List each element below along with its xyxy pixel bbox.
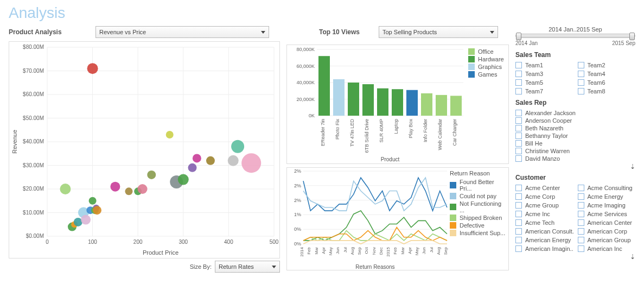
rep-checkbox-2[interactable]: Beth Nazareth bbox=[515, 125, 635, 131]
team-checkbox-6[interactable]: Team7 bbox=[515, 88, 573, 94]
customer-checkbox-10[interactable]: American Consult... bbox=[515, 228, 573, 235]
team-checkbox-5[interactable]: Team6 bbox=[578, 79, 636, 86]
svg-point-43 bbox=[125, 187, 132, 195]
svg-text:Photo Fix: Photo Fix bbox=[335, 119, 340, 140]
svg-text:$30.00M: $30.00M bbox=[23, 162, 44, 168]
team-checkbox-3[interactable]: Team4 bbox=[578, 71, 636, 77]
svg-text:$20.00M: $20.00M bbox=[23, 186, 44, 192]
svg-point-30 bbox=[60, 184, 71, 194]
svg-rect-72 bbox=[348, 83, 359, 116]
svg-text:Laptop: Laptop bbox=[393, 119, 399, 134]
top10-label: Top 10 Views bbox=[319, 28, 379, 36]
team-checkbox-2[interactable]: Team3 bbox=[515, 71, 573, 77]
svg-text:2%: 2% bbox=[294, 198, 301, 203]
customer-checkbox-0[interactable]: Acme Center bbox=[515, 185, 573, 191]
svg-text:Play Box: Play Box bbox=[408, 119, 413, 138]
time-start-label: 2014 Jan bbox=[515, 40, 538, 46]
svg-point-37 bbox=[89, 197, 97, 205]
svg-text:$50.00M: $50.00M bbox=[23, 115, 44, 121]
time-slider[interactable]: 2014 Jan..2015 Sep 2014 Jan 2015 Sep bbox=[515, 26, 635, 48]
svg-text:40,000K: 40,000K bbox=[296, 80, 315, 85]
svg-text:Aug: Aug bbox=[436, 247, 441, 255]
svg-rect-78 bbox=[392, 89, 403, 116]
svg-text:Feb: Feb bbox=[307, 247, 311, 254]
customer-checkbox-12[interactable]: American Energy bbox=[515, 237, 573, 243]
svg-text:SLR 40MP: SLR 40MP bbox=[379, 119, 384, 143]
svg-text:May: May bbox=[328, 247, 333, 255]
svg-rect-68 bbox=[318, 56, 330, 116]
svg-point-41 bbox=[93, 206, 101, 215]
rep-checkbox-6[interactable]: David Manzo bbox=[515, 155, 635, 162]
customer-checkbox-5[interactable]: Acme Imaging bbox=[578, 202, 636, 209]
sizeby-select[interactable]: Return Rates bbox=[215, 261, 280, 273]
svg-text:Jun: Jun bbox=[335, 247, 340, 254]
svg-text:May: May bbox=[415, 247, 419, 255]
customer-checkbox-4[interactable]: Acme Group bbox=[515, 202, 573, 209]
top10-select[interactable]: Top Selling Products bbox=[379, 26, 498, 38]
svg-point-49 bbox=[178, 174, 189, 185]
expand-reps-icon[interactable]: ⇣ bbox=[630, 163, 635, 171]
expand-customers-icon[interactable]: ⇣ bbox=[630, 253, 635, 261]
svg-text:Product Price: Product Price bbox=[143, 249, 178, 256]
svg-point-54 bbox=[231, 140, 244, 153]
svg-text:100: 100 bbox=[88, 239, 97, 245]
team-checkbox-1[interactable]: Team2 bbox=[578, 62, 636, 68]
svg-text:Product: Product bbox=[381, 156, 400, 162]
bar-chart: 0K20,000K40,000K60,000K80,000KEReader 7i… bbox=[287, 45, 466, 163]
svg-text:20,000K: 20,000K bbox=[296, 97, 315, 102]
svg-text:Revenue: Revenue bbox=[11, 130, 18, 154]
team-checkbox-0[interactable]: Team1 bbox=[515, 62, 573, 68]
svg-point-42 bbox=[110, 182, 120, 192]
sales-team-title: Sales Team bbox=[515, 51, 635, 59]
svg-text:Mar: Mar bbox=[400, 247, 405, 255]
svg-text:200: 200 bbox=[133, 239, 143, 245]
svg-text:0: 0 bbox=[46, 239, 49, 245]
svg-text:Jun: Jun bbox=[422, 247, 426, 254]
svg-text:6TB Solid Drive: 6TB Solid Drive bbox=[364, 119, 369, 153]
time-range-label: 2014 Jan..2015 Sep bbox=[515, 26, 635, 33]
rep-checkbox-4[interactable]: Bill He bbox=[515, 140, 635, 147]
customer-checkbox-6[interactable]: Acme Inc bbox=[515, 211, 573, 217]
svg-text:TV 47in LED: TV 47in LED bbox=[349, 119, 355, 147]
customer-checkbox-11[interactable]: American Corp bbox=[578, 228, 636, 235]
svg-text:80,000K: 80,000K bbox=[296, 47, 315, 52]
product-analysis-label: Product Analysis bbox=[9, 28, 95, 36]
svg-text:300: 300 bbox=[178, 239, 188, 245]
customer-checkbox-3[interactable]: Acme Energy bbox=[578, 193, 636, 200]
svg-text:$40.00M: $40.00M bbox=[23, 138, 44, 144]
customer-checkbox-7[interactable]: Acme Services bbox=[578, 211, 636, 217]
svg-point-46 bbox=[147, 171, 156, 179]
rep-checkbox-0[interactable]: Alexander Jackson bbox=[515, 110, 635, 116]
svg-point-45 bbox=[138, 184, 148, 194]
team-checkbox-4[interactable]: Team5 bbox=[515, 79, 573, 86]
customer-checkbox-9[interactable]: American Center bbox=[578, 219, 636, 226]
customer-checkbox-8[interactable]: Acme Tech bbox=[515, 219, 573, 226]
svg-text:Car Charger: Car Charger bbox=[452, 119, 457, 146]
svg-text:2014: 2014 bbox=[299, 247, 304, 256]
svg-text:0K: 0K bbox=[309, 113, 315, 118]
svg-text:Info Folder: Info Folder bbox=[423, 119, 428, 142]
svg-point-55 bbox=[241, 153, 261, 173]
line-chart: 0%0%1%2%2%2%2014FebMarAprMayJunJulAugSep… bbox=[287, 168, 450, 270]
sales-rep-title: Sales Rep bbox=[515, 99, 546, 106]
svg-text:60,000K: 60,000K bbox=[296, 64, 315, 69]
svg-text:2%: 2% bbox=[294, 168, 301, 174]
svg-text:Apr: Apr bbox=[407, 247, 412, 254]
rep-checkbox-5[interactable]: Christine Warren bbox=[515, 148, 635, 154]
svg-text:500: 500 bbox=[270, 239, 279, 245]
svg-text:Sep: Sep bbox=[443, 247, 448, 255]
rep-checkbox-1[interactable]: Anderson Cooper bbox=[515, 117, 635, 124]
customer-checkbox-2[interactable]: Acme Corp bbox=[515, 193, 573, 200]
customer-checkbox-15[interactable]: American Inc bbox=[578, 245, 636, 252]
customer-checkbox-1[interactable]: Acme Consulting bbox=[578, 185, 636, 191]
svg-rect-82 bbox=[421, 93, 432, 116]
team-checkbox-7[interactable]: Team8 bbox=[578, 88, 636, 94]
svg-text:Return Reasons: Return Reasons bbox=[355, 264, 394, 270]
svg-text:$10.00M: $10.00M bbox=[23, 210, 44, 216]
product-analysis-select[interactable]: Revenue vs Price bbox=[95, 26, 269, 38]
rep-checkbox-3[interactable]: Bethanny Taylor bbox=[515, 133, 635, 139]
scatter-chart: $0.00M$10.00M$20.00M$30.00M$40.00M$50.00… bbox=[9, 42, 279, 258]
customer-checkbox-14[interactable]: American Imagin... bbox=[515, 245, 573, 252]
svg-rect-80 bbox=[406, 90, 418, 116]
customer-checkbox-13[interactable]: American Group bbox=[578, 237, 636, 243]
